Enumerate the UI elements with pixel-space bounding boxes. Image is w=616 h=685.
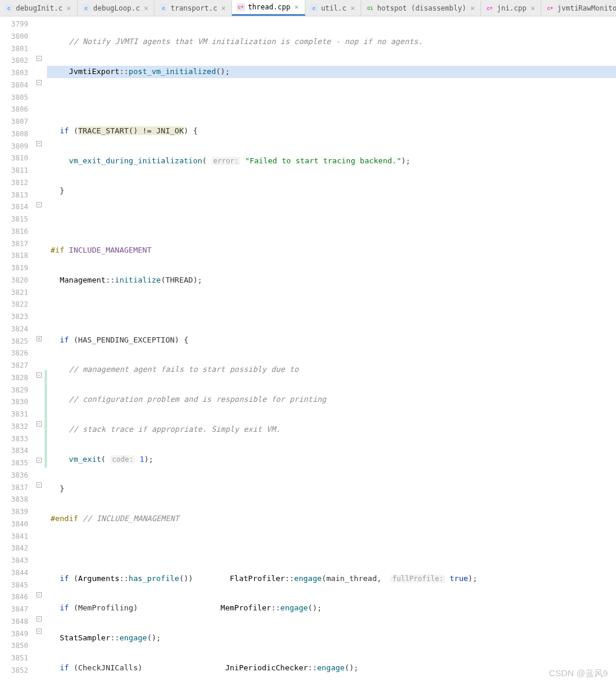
- c-file-icon: c: [5, 4, 13, 12]
- line-number: 3852: [0, 664, 33, 677]
- code-line[interactable]: Management::initialize(THREAD);: [47, 274, 616, 287]
- tab-label: thread.cpp: [248, 3, 290, 11]
- fold-marker-icon[interactable]: −: [36, 372, 42, 378]
- tab-util[interactable]: c util.c ×: [305, 0, 362, 16]
- close-icon[interactable]: ×: [530, 4, 536, 12]
- tab-jni[interactable]: c+ jni.cpp ×: [481, 0, 541, 16]
- cpp-file-icon: c+: [486, 4, 494, 12]
- code-line[interactable]: [47, 304, 616, 317]
- line-number: 3829: [0, 384, 33, 397]
- line-number: 3812: [0, 177, 33, 189]
- line-number: 3801: [0, 43, 33, 55]
- binary-file-icon: 01: [366, 4, 374, 12]
- close-icon[interactable]: ×: [469, 4, 476, 12]
- code-line[interactable]: JvmtiExport::post_vm_initialized();: [47, 66, 616, 78]
- line-number: 3830: [0, 396, 33, 408]
- code-line[interactable]: StatSampler::engage();: [47, 632, 616, 644]
- line-number: 3836: [0, 469, 33, 482]
- line-number: 3841: [0, 530, 33, 543]
- code-line[interactable]: [47, 96, 616, 108]
- tab-debugLoop[interactable]: c debugLoop.c ×: [78, 0, 155, 16]
- line-number: 3833: [0, 433, 33, 445]
- code-line[interactable]: }: [47, 483, 616, 495]
- c-file-icon: c: [159, 4, 167, 12]
- code-line[interactable]: vm_exit( code: 1);: [47, 454, 616, 466]
- tab-label: jni.cpp: [497, 4, 527, 12]
- code-line[interactable]: // configuration problem and is responsi…: [47, 394, 616, 406]
- fold-marker-icon[interactable]: +: [36, 336, 42, 341]
- code-line[interactable]: // stack trace if appropriate. Simply ex…: [47, 424, 616, 436]
- code-line[interactable]: [47, 215, 616, 227]
- line-number: 3822: [0, 298, 33, 311]
- fold-marker-icon[interactable]: −: [36, 202, 42, 207]
- line-number: 3831: [0, 408, 33, 421]
- code-line[interactable]: if (HAS_PENDING_EXCEPTION) {: [47, 334, 616, 347]
- code-line[interactable]: #endif // INCLUDE_MANAGEMENT: [47, 513, 616, 525]
- code-line[interactable]: }: [47, 185, 616, 197]
- close-icon[interactable]: ×: [143, 4, 149, 12]
- line-number: 3826: [0, 347, 33, 360]
- tab-debugInit[interactable]: c debugInit.c ×: [0, 0, 78, 16]
- line-number: 3835: [0, 457, 33, 469]
- code-line[interactable]: if (MemProfiling) MemProfiler::engage();: [47, 602, 616, 615]
- close-icon[interactable]: ×: [349, 4, 356, 12]
- fold-marker-icon[interactable]: −: [36, 629, 42, 634]
- line-number: 3808: [0, 128, 33, 140]
- fold-gutter[interactable]: − − − − + − − − − − − −: [33, 16, 45, 685]
- line-number: 3844: [0, 567, 33, 579]
- code-line[interactable]: if (Arguments::has_profile()) FlatProfil…: [47, 573, 616, 585]
- code-editor[interactable]: 3799380038013802380338043805380638073808…: [0, 16, 616, 685]
- line-number: 3809: [0, 140, 33, 153]
- code-line[interactable]: #if INCLUDE_MANAGEMENT: [47, 244, 616, 257]
- line-number: 3815: [0, 213, 33, 226]
- line-number: 3806: [0, 103, 33, 116]
- tab-label: debugInit.c: [16, 4, 62, 12]
- code-line[interactable]: if (CheckJNICalls) JniPeriodicChecker::e…: [47, 662, 616, 674]
- line-number: 3804: [0, 79, 33, 92]
- cpp-file-icon: c+: [546, 4, 554, 12]
- fold-marker-icon[interactable]: −: [36, 421, 42, 427]
- tab-thread[interactable]: c+ thread.cpp ×: [232, 0, 305, 16]
- line-number: 3821: [0, 287, 33, 299]
- fold-marker-icon[interactable]: −: [36, 616, 42, 622]
- line-number: 3838: [0, 493, 33, 506]
- line-number: 3842: [0, 542, 33, 555]
- line-number: 3845: [0, 579, 33, 592]
- line-number: 3816: [0, 226, 33, 238]
- close-icon[interactable]: ×: [293, 3, 299, 11]
- tab-hotspot[interactable]: 01 hotspot (disassembly) ×: [361, 0, 481, 16]
- line-number: 3823: [0, 311, 33, 323]
- fold-marker-icon[interactable]: −: [36, 592, 42, 597]
- code-line[interactable]: [47, 543, 616, 555]
- line-number: 3848: [0, 616, 33, 628]
- close-icon[interactable]: ×: [220, 4, 227, 12]
- line-number: 3834: [0, 445, 33, 457]
- close-icon[interactable]: ×: [65, 4, 72, 12]
- fold-marker-icon[interactable]: −: [36, 56, 42, 61]
- line-number: 3849: [0, 628, 33, 640]
- line-number: 3850: [0, 640, 33, 652]
- line-number: 3800: [0, 31, 33, 43]
- fold-marker-icon[interactable]: −: [36, 141, 42, 146]
- fold-marker-icon[interactable]: −: [36, 482, 42, 488]
- fold-marker-icon[interactable]: −: [36, 80, 42, 85]
- fold-marker-icon[interactable]: −: [36, 458, 42, 463]
- line-number: 3811: [0, 164, 33, 177]
- line-number: 3832: [0, 421, 33, 433]
- line-number: 3846: [0, 591, 33, 603]
- tab-label: debugLoop.c: [93, 4, 140, 12]
- tab-rawmonitor[interactable]: c+ jvmtiRawMonitor.cpp ×: [541, 0, 616, 16]
- line-number: 3818: [0, 250, 33, 262]
- line-number: 3803: [0, 67, 33, 79]
- code-line[interactable]: // Notify JVMTI agents that VM initializ…: [47, 36, 616, 48]
- line-number: 3825: [0, 335, 33, 348]
- line-number: 3827: [0, 360, 33, 372]
- line-number: 3810: [0, 152, 33, 164]
- code-line[interactable]: // management agent fails to start possi…: [47, 364, 616, 376]
- code-line[interactable]: vm_exit_during_initialization( error: "F…: [47, 155, 616, 167]
- code-line[interactable]: if (TRACE_START() != JNI_OK) {: [47, 125, 616, 137]
- line-number: 3837: [0, 482, 33, 494]
- line-number: 3817: [0, 238, 33, 250]
- code-area[interactable]: // Notify JVMTI agents that VM initializ…: [47, 16, 616, 685]
- tab-transport[interactable]: c transport.c ×: [154, 0, 232, 16]
